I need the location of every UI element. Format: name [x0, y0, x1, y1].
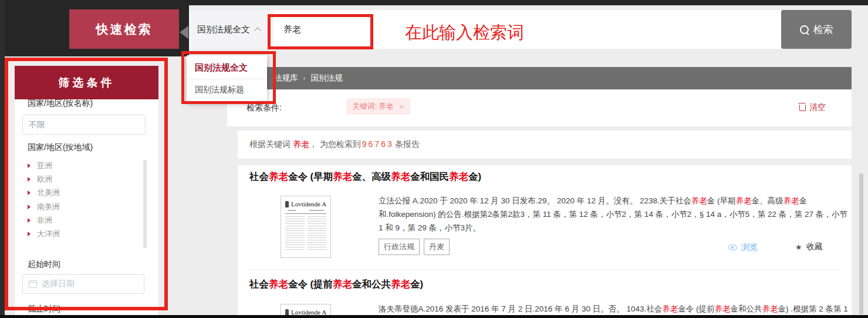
triangle-bullet-icon [28, 232, 31, 236]
keyword-tag[interactable]: 关键词: 养老 × [346, 98, 410, 115]
end-time-label: 截止时间 [28, 304, 60, 314]
result-tag-row: 行政法规 丹麦 [379, 239, 450, 255]
results-summary-text: 根据关键词 养老， 为您检索到96763条报告 [249, 139, 420, 150]
arrow-left-icon [180, 26, 188, 39]
filter-sidebar: 筛选条件 国家/地区(按名称) 国家/地区(按地域) 亚洲 欧洲 北美洲 南美洲… [15, 66, 158, 315]
breadcrumb-current: 国别法规 [311, 73, 343, 83]
result-description: 洛夫蒂登德A.2016 发表于 2016 年 7 月 2 日.2016 年 6 … [379, 302, 852, 315]
region-item-oceania[interactable]: 大洋洲 [28, 227, 145, 240]
star-icon: ★ [795, 243, 802, 251]
triangle-bullet-icon [28, 177, 31, 182]
date-placeholder: 选择日期 [42, 279, 75, 289]
crest-icon [285, 309, 289, 316]
eye-icon [728, 245, 737, 250]
region-item-africa[interactable]: 非洲 [28, 213, 145, 227]
result-title[interactable]: 社会养老金令 (提前养老金和公共养老金) [249, 278, 423, 291]
triangle-bullet-icon [28, 190, 31, 195]
region-list: 亚洲 欧洲 北美洲 南美洲 非洲 大洋洲 [28, 159, 145, 241]
result-tag-country: 丹麦 [424, 239, 450, 255]
search-input[interactable] [273, 10, 781, 49]
search-button[interactable]: 检索 [781, 10, 852, 49]
result-title[interactable]: 社会养老金令 (早期养老金、高级养老金和国民养老金) [249, 170, 481, 183]
country-by-region-label: 国家/地区(按地域) [28, 142, 93, 153]
scope-option-title[interactable]: 国别法规标题 [187, 79, 267, 102]
keyword-tag-label: 关键词: 养老 [353, 102, 393, 112]
favorite-link[interactable]: ★ 收藏 [795, 242, 823, 252]
view-link[interactable]: 浏览 [728, 242, 758, 253]
start-date-picker[interactable]: 选择日期 [22, 274, 144, 294]
thumbnail-title: Lovtidende A [291, 200, 326, 207]
page-scrollbar[interactable] [859, 173, 863, 314]
region-item-asia[interactable]: 亚洲 [28, 159, 145, 172]
thumbnail-rule [285, 213, 326, 214]
trash-icon [799, 105, 806, 111]
region-item-north-america[interactable]: 北美洲 [28, 186, 145, 200]
start-time-label: 起始时间 [28, 259, 60, 270]
search-icon [800, 25, 809, 34]
region-item-south-america[interactable]: 南美洲 [28, 200, 145, 213]
scope-option-fulltext[interactable]: 国别法规全文 [187, 55, 267, 79]
thumbnail-text-lines [285, 216, 326, 250]
result-divider [248, 269, 840, 270]
result-thumbnail[interactable]: Lovtidende A [281, 196, 331, 258]
scope-trigger-label: 国别法规全文 [197, 24, 250, 35]
region-list-scrollbar[interactable] [143, 160, 147, 248]
left-edge-strip [0, 0, 5, 318]
breadcrumb-separator: › [303, 74, 306, 82]
triangle-bullet-icon [28, 205, 31, 209]
country-by-name-label: 国家/地区(按名称) [28, 98, 93, 109]
triangle-bullet-icon [28, 218, 31, 223]
country-by-name-input[interactable] [22, 115, 146, 135]
close-icon[interactable]: × [399, 102, 404, 111]
calendar-icon [29, 280, 37, 288]
clear-button[interactable]: 清空 [799, 102, 826, 113]
chevron-up-icon [254, 27, 261, 34]
search-button-label: 检索 [813, 23, 833, 36]
result-description: 立法公报 A.2020 于 2020 年 12 月 30 日发布.29。 202… [379, 194, 852, 235]
crest-icon [285, 201, 289, 207]
favorite-link-label: 收藏 [806, 242, 823, 252]
result-tag-type: 行政法规 [379, 239, 420, 255]
clear-button-label: 清空 [809, 102, 826, 113]
result-thumbnail[interactable]: Lovtidende A [281, 304, 331, 315]
results-summary: 根据关键词 养老， 为您检索到96763条报告 [238, 130, 852, 159]
thumbnail-title: Lovtidende A [291, 309, 326, 315]
search-condition-label: 检索条件: [246, 103, 282, 113]
results-panel: 社会养老金令 (早期养老金、高级养老金和国民养老金) Lovtidende A … [238, 165, 852, 315]
thumbnail-subline [288, 210, 324, 211]
region-item-europe[interactable]: 欧洲 [28, 172, 145, 186]
bottom-black-bar [0, 315, 868, 318]
search-bar: 国别法规全文 [189, 10, 781, 49]
triangle-bullet-icon [28, 163, 31, 168]
search-condition-bar: 检索条件: 关键词: 养老 × 清空 [227, 90, 852, 126]
filter-sidebar-title: 筛选条件 [15, 66, 158, 99]
view-link-label: 浏览 [741, 242, 758, 253]
breadcrumb: 法规库 › 国别法规 [227, 67, 852, 89]
breadcrumb-root[interactable]: 法规库 [274, 73, 298, 83]
scope-dropdown-trigger[interactable]: 国别法规全文 [189, 10, 273, 49]
scope-dropdown-menu: 国别法规全文 国别法规标题 [187, 55, 267, 102]
quick-search-button[interactable]: 快速检索 [69, 9, 179, 49]
